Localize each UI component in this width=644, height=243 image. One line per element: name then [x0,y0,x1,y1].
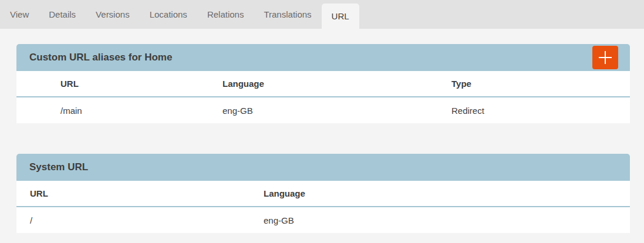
tab-versions[interactable]: Versions [86,0,140,29]
system-url-table: URL Language / eng-GB [16,181,630,233]
main-content: Custom URL aliases for Home URL Language… [0,29,644,233]
system-url-panel: System URL URL Language / eng-GB [16,154,630,233]
tab-view[interactable]: View [0,0,39,29]
panel-title: System URL [29,161,88,173]
table-header-row: URL Language [16,181,630,206]
column-header-type: Type [451,79,630,89]
tab-bar: View Details Versions Locations Relation… [0,0,644,29]
panel-title: Custom URL aliases for Home [29,52,172,63]
add-url-alias-button[interactable] [592,46,618,69]
table-row: /main eng-GB Redirect [16,97,630,123]
tab-details[interactable]: Details [39,0,86,29]
plus-icon [598,50,612,65]
alias-type-value: Redirect [451,106,630,116]
system-url-value: / [16,215,264,225]
column-header-language: Language [264,188,630,198]
tab-locations[interactable]: Locations [140,0,197,29]
custom-url-aliases-table: URL Language Type /main eng-GB Redirect [16,71,630,123]
alias-language-value: eng-GB [222,106,451,116]
tab-relations[interactable]: Relations [197,0,254,29]
custom-url-aliases-panel: Custom URL aliases for Home URL Language… [16,44,630,123]
table-header-row: URL Language Type [16,71,630,96]
system-language-value: eng-GB [264,215,630,225]
tab-translations[interactable]: Translations [254,0,321,29]
system-url-header: System URL [16,154,630,181]
column-header-language: Language [222,79,451,89]
tab-url[interactable]: URL [322,4,359,29]
column-header-url: URL [60,79,222,89]
column-header-url: URL [16,188,264,198]
table-row: / eng-GB [16,207,630,233]
custom-url-aliases-header: Custom URL aliases for Home [16,44,630,71]
alias-url-value: /main [60,106,222,116]
